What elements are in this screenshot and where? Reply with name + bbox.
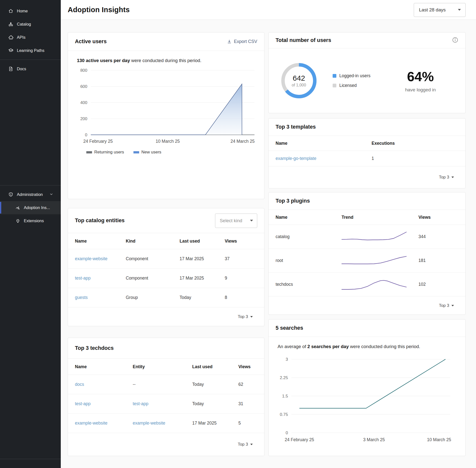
sidebar-item-extensions[interactable]: Extensions bbox=[0, 214, 61, 227]
table-row: test-app Component 17 Mar 2025 9 bbox=[68, 268, 264, 288]
svg-text:3 March 25: 3 March 25 bbox=[363, 437, 385, 442]
column-header: Views bbox=[225, 239, 257, 244]
sidebar-divider bbox=[0, 60, 61, 60]
table-row: test-app test-app Today 31 bbox=[68, 394, 264, 413]
sidebar-item-label: Extensions bbox=[24, 218, 44, 223]
doc-link[interactable]: example-website bbox=[75, 421, 133, 426]
legend-item: Logged-in users bbox=[333, 73, 371, 78]
sidebar: Home Catalog APIs Learning Paths Docs Ad… bbox=[0, 0, 61, 468]
caret-down-icon bbox=[451, 305, 454, 306]
sidebar-item-catalog[interactable]: Catalog bbox=[0, 18, 61, 31]
sidebar-item-learning-paths[interactable]: Learning Paths bbox=[0, 44, 61, 57]
card-title: 5 searches bbox=[276, 325, 303, 331]
card-title: Top 3 templates bbox=[276, 124, 316, 130]
top-plugins-card: Top 3 plugins Name Trend Views catalog 3… bbox=[268, 192, 466, 315]
templates-header: Top 3 templates bbox=[269, 118, 465, 136]
top-n-label: Top 3 bbox=[439, 175, 449, 180]
doc-link[interactable]: test-app bbox=[75, 401, 133, 406]
svg-text:24 March 25: 24 March 25 bbox=[230, 139, 254, 144]
trend-sparkline bbox=[342, 253, 407, 269]
active-users-header: Active users Export CSV bbox=[68, 33, 264, 51]
top-n-selector[interactable]: Top 3 bbox=[68, 307, 264, 326]
app-root: Home Catalog APIs Learning Paths Docs Ad… bbox=[0, 0, 476, 468]
sidebar-item-label: Adoption Ins... bbox=[24, 205, 50, 210]
info-icon[interactable] bbox=[452, 37, 458, 44]
cell-views: 5 bbox=[238, 421, 257, 426]
left-column: Active users Export CSV 130 active users… bbox=[68, 32, 264, 468]
column-header: Views bbox=[238, 364, 257, 369]
svg-text:0: 0 bbox=[85, 133, 87, 137]
table-row: example-website Component 17 Mar 2025 37 bbox=[68, 249, 264, 268]
cell-views: 62 bbox=[238, 382, 257, 387]
table-column-headers: Name Kind Last used Views bbox=[68, 233, 264, 249]
logged-in-donut-chart: 642 of 1,000 bbox=[280, 61, 318, 100]
sidebar-item-home[interactable]: Home bbox=[0, 4, 61, 18]
legend-label: New users bbox=[141, 150, 161, 155]
caret-down-icon bbox=[458, 9, 461, 11]
sidebar-divider bbox=[0, 459, 61, 459]
column-header: Name bbox=[75, 364, 133, 369]
sidebar-item-adoption-insights[interactable]: Adoption Ins... bbox=[0, 201, 61, 214]
donut-center-label: 642 of 1,000 bbox=[280, 61, 318, 100]
cell-last-used: Today bbox=[192, 382, 238, 387]
entity-link[interactable]: example-website bbox=[75, 256, 126, 261]
active-users-summary: 130 active users per day were conducted … bbox=[77, 58, 257, 63]
shield-alert-icon bbox=[8, 192, 13, 197]
plugin-name: catalog bbox=[276, 234, 342, 239]
date-range-select[interactable]: Last 28 days bbox=[414, 3, 466, 17]
cell-views: 102 bbox=[418, 282, 458, 287]
cell-views: 31 bbox=[238, 401, 257, 406]
template-link[interactable]: example-go-template bbox=[276, 156, 372, 161]
chevron-down-icon[interactable] bbox=[49, 192, 53, 197]
logged-in-swatch bbox=[333, 74, 336, 78]
entity-link[interactable]: test-app bbox=[133, 401, 192, 406]
cell-views: 181 bbox=[418, 258, 458, 263]
learning-paths-icon bbox=[8, 48, 13, 53]
export-csv-button[interactable]: Export CSV bbox=[227, 39, 257, 44]
sidebar-item-apis[interactable]: APIs bbox=[0, 31, 61, 44]
svg-text:200: 200 bbox=[80, 116, 87, 121]
select-kind-dropdown[interactable]: Select kind bbox=[215, 214, 257, 228]
date-range-value: Last 28 days bbox=[419, 7, 446, 13]
top-n-label: Top 3 bbox=[238, 314, 248, 319]
card-title: Top catalog entities bbox=[75, 217, 125, 224]
plug-icon bbox=[15, 218, 20, 223]
searches-chart: 32.251.50.75024 February 253 March 2510 … bbox=[276, 352, 459, 447]
sidebar-footer bbox=[0, 462, 61, 468]
sidebar-item-docs[interactable]: Docs bbox=[0, 62, 61, 75]
sidebar-item-label: Administration bbox=[17, 192, 43, 197]
column-header: Entity bbox=[133, 364, 192, 369]
card-title: Top 3 plugins bbox=[276, 198, 310, 204]
licensed-swatch bbox=[333, 84, 336, 87]
main-area: Adoption Insights Last 28 days Active us… bbox=[61, 0, 476, 468]
sidebar-spacer bbox=[0, 75, 61, 183]
cell-last-used: 17 Mar 2025 bbox=[192, 421, 238, 426]
cell-views: 9 bbox=[225, 276, 257, 281]
column-header: Last used bbox=[192, 364, 238, 369]
top-n-selector[interactable]: Top 3 bbox=[68, 433, 264, 456]
techdocs-header: Top 3 techdocs bbox=[68, 338, 264, 359]
sidebar-item-administration[interactable]: Administration bbox=[0, 188, 61, 201]
total-users-legend: Logged-in users Licensed bbox=[333, 73, 371, 88]
total-users-header: Total number of users bbox=[269, 33, 465, 48]
right-column: Total number of users 642 of 1,000 bbox=[268, 32, 466, 468]
top-n-label: Top 3 bbox=[439, 303, 449, 308]
cell-last-used: Today bbox=[192, 401, 238, 406]
trend-sparkline bbox=[342, 229, 407, 245]
caret-down-icon bbox=[250, 220, 253, 221]
download-icon bbox=[227, 39, 232, 44]
sidebar-divider bbox=[0, 185, 61, 185]
column-header: Trend bbox=[342, 215, 418, 220]
dashboard-content: Active users Export CSV 130 active users… bbox=[61, 20, 476, 468]
cell-last-used: 17 Mar 2025 bbox=[180, 256, 225, 261]
entity-link[interactable]: guests bbox=[75, 295, 126, 300]
top-n-selector[interactable]: Top 3 bbox=[269, 296, 465, 315]
plugins-header: Top 3 plugins bbox=[269, 192, 465, 210]
searches-summary: An average of 2 searches per day were co… bbox=[278, 344, 458, 349]
entity-link[interactable]: test-app bbox=[75, 276, 126, 281]
doc-link[interactable]: docs bbox=[75, 382, 133, 387]
table-row: techdocs 102 bbox=[269, 272, 465, 296]
active-users-legend: Returning users New users bbox=[86, 150, 257, 155]
top-n-selector[interactable]: Top 3 bbox=[269, 166, 465, 188]
entity-link[interactable]: example-website bbox=[133, 421, 192, 426]
